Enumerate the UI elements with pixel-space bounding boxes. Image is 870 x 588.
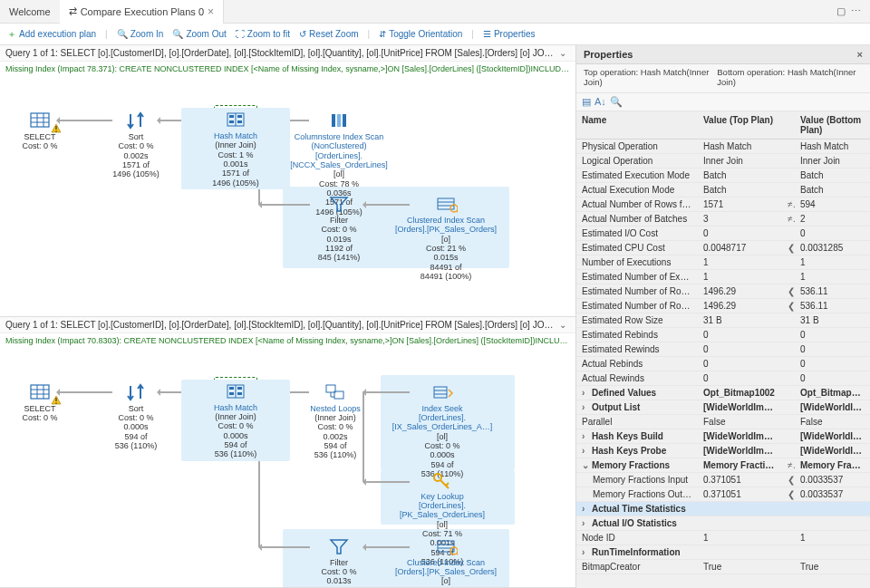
property-row[interactable]: ›Hash Keys Probe[WideWorldImporters]…[Wi… [576, 444, 870, 458]
property-row[interactable]: Logical OperationInner JoinInner Join [576, 154, 870, 169]
bottom-plan-canvas[interactable]: ▣ SELECT Cost: 0 % Sort [0, 348, 575, 588]
property-row[interactable]: ›Defined ValuesOpt_Bitmap1002Opt_Bitmap1… [576, 386, 870, 400]
clustered-index-scan-node[interactable]: Clustered Index Scan [Orders].[PK_Sales_… [392, 194, 500, 281]
property-row[interactable]: Physical OperationHash MatchHash Match [576, 140, 870, 154]
close-tab-icon[interactable]: × [208, 5, 214, 18]
node-stat: Cost: 78 % [271, 179, 407, 188]
property-row[interactable]: Node ID11 [576, 531, 870, 545]
property-row[interactable]: Estimated Number of Rows for All…1496.29… [576, 299, 870, 313]
node-stat: 0.002s [82, 151, 190, 160]
col-name: Name [576, 111, 698, 139]
node-alias: [ol] [379, 432, 506, 441]
property-row[interactable]: BitmapCreatorTrueTrue [576, 560, 870, 574]
node-sub: [OrderLines].[NCCX_Sales_OrderLines] [271, 151, 407, 170]
select-node[interactable]: SELECT Cost: 0 % [0, 382, 94, 423]
node-stat: 594 of [281, 441, 390, 450]
select-icon [0, 111, 94, 130]
hash-match-icon [183, 381, 288, 401]
property-row[interactable]: Estimated Number of Executions11 [576, 270, 870, 284]
property-row[interactable]: Actual Execution ModeBatchBatch [576, 183, 870, 198]
node-title: Index Seek [379, 404, 506, 413]
node-title: SELECT [0, 132, 94, 141]
node-alias: [ol] [271, 169, 407, 178]
nested-loops-node[interactable]: Nested Loops (Inner Join) Cost: 0 % 0.00… [281, 382, 390, 460]
hash-match-node[interactable]: Hash Match (Inner Join) Cost: 0 % 0.000s… [181, 380, 290, 461]
top-query-text: Query 1 of 1: SELECT [o].[CustomerID], [… [5, 48, 556, 58]
property-row[interactable]: Estimated Rewinds00 [576, 342, 870, 357]
properties-grid[interactable]: Physical OperationHash MatchHash MatchLo… [576, 140, 870, 588]
property-row[interactable]: Memory Fractions Input0.371051❮0.0033537 [576, 473, 870, 487]
node-stat: Cost: 0 % [285, 225, 393, 234]
index-seek-icon [379, 382, 506, 402]
property-row[interactable]: ›Actual I/O Statistics [576, 516, 870, 531]
compare-tab-label: Compare Execution Plans 0 [81, 6, 204, 17]
property-row[interactable]: Actual Number of Rows for All Ex…1571≠59… [576, 198, 870, 212]
node-stat: 84491 (100%) [392, 272, 500, 281]
select-node[interactable]: SELECT Cost: 0 % [0, 111, 94, 151]
property-row[interactable]: Memory Fractions Output0.371051❮0.003353… [576, 487, 870, 502]
zoom-out-button[interactable]: 🔍Zoom Out [172, 29, 226, 39]
filter-node[interactable]: Filter Cost: 0 % 0.019s 1192 of 845 (141… [285, 194, 393, 263]
toggle-orientation-button[interactable]: ⇵Toggle Orientation [379, 29, 462, 39]
sort-node[interactable]: Sort Cost: 0 % 0.000s 594 of 536 (110%) [82, 382, 190, 451]
toolbar: ＋Add execution plan| 🔍Zoom In 🔍Zoom Out … [0, 24, 870, 45]
property-row[interactable]: ParallelFalseFalse [576, 415, 870, 429]
maximize-icon[interactable]: ▢ [836, 5, 846, 17]
property-row[interactable]: Estimated I/O Cost00 [576, 227, 870, 241]
node-stat: Cost: 0 % [379, 441, 506, 450]
category-sort-icon[interactable]: ▤ [582, 96, 591, 108]
property-row[interactable]: Number of Executions11 [576, 255, 870, 270]
clustered-index-scan-node[interactable]: Clustered Index Scan [Orders].[PK_Sales_… [392, 536, 500, 588]
zoom-in-button[interactable]: 🔍Zoom In [117, 29, 164, 39]
node-title: Key Lookup [379, 492, 506, 501]
query-chevron-icon[interactable]: ⌄ [556, 320, 570, 330]
bottom-query-line[interactable]: Query 1 of 1: SELECT [o].[CustomerID], [… [0, 317, 575, 333]
tab-compare-plans[interactable]: ⇄ Compare Execution Plans 0 × [60, 0, 224, 24]
col-bottom: Value (Bottom Plan) [795, 111, 870, 139]
property-row[interactable]: Estimated Execution ModeBatchBatch [576, 169, 870, 183]
property-row[interactable]: Estimated CPU Cost0.0048717❮0.0031285 [576, 241, 870, 255]
search-icon[interactable]: 🔍 [610, 96, 623, 108]
filter-node[interactable]: Filter Cost: 0 % 0.013s 297 of 845 (35%) [285, 536, 393, 588]
node-stat: 1496 (105%) [82, 169, 190, 178]
top-plan-canvas[interactable]: ▣ SELECT Cost: 0 % Sort Cost: 0 % [0, 76, 575, 316]
alpha-sort-icon[interactable]: A↓ [594, 96, 606, 108]
property-row[interactable]: Actual Number of Batches3≠2 [576, 212, 870, 227]
property-row[interactable]: Actual Rebinds00 [576, 357, 870, 371]
reset-zoom-button[interactable]: ↺Reset Zoom [299, 29, 358, 39]
close-properties-icon[interactable]: × [857, 49, 863, 60]
property-row[interactable]: Estimated Row Size31 B31 B [576, 313, 870, 328]
sort-node[interactable]: Sort Cost: 0 % 0.002s 1571 of 1496 (105%… [82, 111, 190, 179]
node-stat: 0.013s [285, 576, 393, 585]
tab-welcome[interactable]: Welcome [0, 0, 60, 24]
top-missing-index[interactable]: Missing Index (Impact 78.371): CREATE NO… [0, 62, 575, 76]
sort-icon [82, 111, 190, 130]
node-title: Clustered Index Scan [392, 558, 500, 567]
bottom-missing-index[interactable]: Missing Index (Impact 70.8303): CREATE N… [0, 333, 575, 348]
more-icon[interactable]: ⋯ [851, 5, 861, 17]
property-row[interactable]: ›RunTimeInformation [576, 545, 870, 560]
filter-icon [285, 536, 393, 556]
node-stat: 0.000s [82, 422, 190, 431]
property-row[interactable]: Actual Rewinds00 [576, 371, 870, 386]
node-stat: 594 of [82, 432, 190, 441]
node-title: SELECT [0, 404, 94, 413]
property-row[interactable]: ›Hash Keys Build[WideWorldImporters]…[Wi… [576, 429, 870, 444]
main-area: Query 1 of 1: SELECT [o].[CustomerID], [… [0, 45, 870, 588]
properties-button[interactable]: ☰Properties [483, 29, 536, 39]
select-icon [0, 382, 94, 402]
property-row[interactable]: ›Actual Time Statistics [576, 502, 870, 516]
property-row[interactable]: ›Output List[WideWorldImporters]…[WideWo… [576, 400, 870, 415]
top-query-line[interactable]: Query 1 of 1: SELECT [o].[CustomerID], [… [0, 45, 575, 62]
add-plan-button[interactable]: ＋Add execution plan [7, 28, 96, 41]
node-title: Sort [82, 132, 190, 141]
nested-loops-icon [281, 382, 390, 402]
property-row[interactable]: Estimated Rebinds00 [576, 328, 870, 342]
index-seek-node[interactable]: Index Seek [OrderLines].[IX_Sales_OrderL… [379, 382, 506, 479]
property-row[interactable]: ⌄Memory FractionsMemory Fractions Inpu…≠… [576, 458, 870, 473]
node-stat: 0.000s [183, 431, 288, 440]
property-row[interactable]: Estimated Number of Rows Per Ex…1496.29❮… [576, 284, 870, 299]
zoom-fit-button[interactable]: ⛶Zoom to fit [236, 29, 290, 39]
node-stat: 1192 of [285, 244, 393, 253]
query-chevron-icon[interactable]: ⌄ [556, 48, 570, 58]
